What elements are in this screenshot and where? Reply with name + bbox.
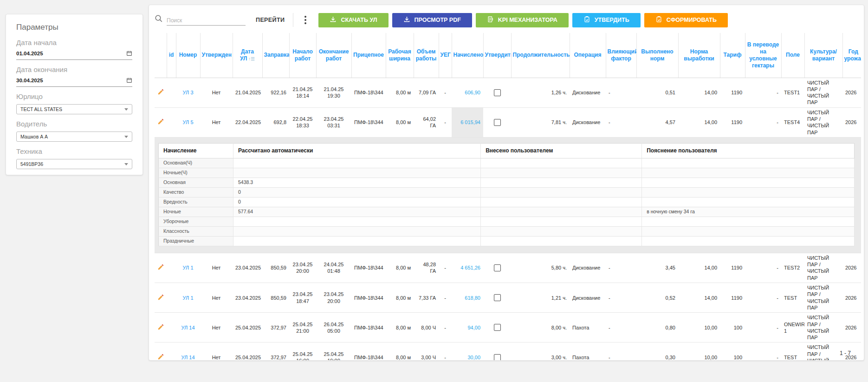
detail-user-value[interactable] — [481, 158, 642, 168]
detail-auto-value[interactable]: 0 — [233, 197, 480, 207]
column-header-accrued[interactable]: Начислено — [452, 33, 483, 78]
column-header-tariff[interactable]: Тариф — [720, 33, 745, 78]
column-header-start[interactable]: Начало работ — [289, 33, 316, 78]
detail-user-value[interactable] — [481, 168, 642, 178]
column-header-end[interactable]: Окончание работ — [316, 33, 351, 78]
detail-user-note[interactable]: в ночную смену 34 га — [642, 207, 855, 217]
approve-checkbox[interactable] — [494, 354, 501, 361]
record-link[interactable]: УЛ 1 — [182, 265, 193, 270]
column-header-trailer[interactable]: Прицепное — [351, 33, 386, 78]
cell-check[interactable] — [483, 253, 511, 283]
go-button[interactable]: ПЕРЕЙТИ — [256, 17, 285, 23]
accrued-value[interactable]: 4 651,26 — [460, 265, 480, 270]
record-link[interactable]: УЛ 1 — [182, 295, 193, 301]
column-header-volume[interactable]: Объем работы — [414, 33, 439, 78]
accrued-value[interactable]: 606,90 — [465, 90, 480, 95]
cell-check[interactable] — [483, 283, 511, 313]
cell-check[interactable] — [483, 313, 511, 342]
cell-check[interactable] — [483, 78, 511, 107]
edit-cell[interactable] — [155, 342, 167, 361]
detail-user-value[interactable] — [481, 217, 642, 226]
detail-auto-value[interactable] — [233, 168, 480, 178]
column-header-date_ul[interactable]: Дата УЛ ↑☰ — [233, 33, 262, 78]
record-link[interactable]: УЛ 14 — [181, 325, 194, 330]
approve-checkbox[interactable] — [494, 294, 501, 301]
column-header-norm_rate[interactable]: Норма выработки — [678, 33, 720, 78]
detail-auto-value[interactable]: 0 — [233, 187, 480, 197]
column-header-ueg[interactable]: УЕГ — [439, 33, 452, 78]
detail-auto-value[interactable] — [233, 236, 480, 246]
column-header-duration[interactable]: Продолжительность — [511, 33, 570, 78]
column-header-field[interactable]: Поле — [781, 33, 804, 78]
detail-user-note[interactable] — [642, 217, 855, 226]
edit-pencil-icon[interactable] — [157, 88, 164, 97]
more-options-icon[interactable] — [300, 14, 311, 26]
column-header-check[interactable]: Утвердить — [483, 33, 511, 78]
select-driver[interactable]: Машков А А — [16, 132, 132, 142]
accrued-value[interactable]: 6 015,94 — [460, 119, 480, 125]
edit-cell[interactable] — [155, 107, 167, 137]
record-link[interactable]: УЛ 14 — [181, 355, 194, 360]
edit-pencil-icon[interactable] — [157, 294, 164, 302]
detail-auto-value[interactable]: 577.64 — [233, 207, 480, 217]
detail-auto-value[interactable] — [233, 226, 480, 236]
detail-auto-value[interactable] — [233, 217, 480, 226]
record-link[interactable]: УЛ 3 — [182, 90, 193, 95]
detail-user-note[interactable] — [642, 236, 855, 246]
cell-check[interactable] — [483, 107, 511, 137]
detail-user-value[interactable] — [481, 226, 642, 236]
column-header-year[interactable]: Год урожая — [842, 33, 861, 78]
column-header-width[interactable]: Рабочая ширина — [386, 33, 414, 78]
accrued-value[interactable]: 30,00 — [467, 355, 480, 360]
detail-user-value[interactable] — [481, 236, 642, 246]
approve-checkbox[interactable] — [494, 119, 501, 126]
detail-user-note[interactable] — [642, 168, 855, 178]
edit-cell[interactable] — [155, 313, 167, 342]
detail-user-note[interactable] — [642, 187, 855, 197]
edit-pencil-icon[interactable] — [157, 323, 164, 332]
accrued-value[interactable]: 94,00 — [467, 325, 480, 330]
generate-button[interactable]: СФОРМИРОВАТЬ — [644, 13, 728, 27]
select-equipment[interactable]: 5491BP36 — [16, 159, 132, 169]
sort-ascending-icon[interactable]: ↑☰ — [247, 56, 255, 61]
view-pdf-button[interactable]: ПРОСМОТР PDF — [392, 13, 472, 27]
edit-cell[interactable] — [155, 253, 167, 283]
approve-checkbox[interactable] — [494, 324, 501, 331]
download-ul-button[interactable]: СКАЧАТЬ УЛ — [318, 13, 388, 27]
edit-pencil-icon[interactable] — [157, 263, 164, 272]
date-field-end-date[interactable]: 30.04.2025 — [16, 77, 132, 87]
column-header-culture[interactable]: Культура/вариант — [804, 33, 842, 78]
column-header-fuel[interactable]: Заправка — [262, 33, 289, 78]
accrued-value[interactable]: 618,80 — [465, 295, 480, 301]
detail-user-note[interactable] — [642, 226, 855, 236]
calendar-icon[interactable] — [126, 77, 132, 83]
edit-cell[interactable] — [155, 283, 167, 313]
detail-auto-value[interactable] — [233, 158, 480, 168]
column-header-approved[interactable]: Утвержден — [200, 33, 233, 78]
detail-user-note[interactable] — [642, 197, 855, 207]
kpi-mechanizer-button[interactable]: KPI МЕХАНИЗАТОРА — [476, 13, 569, 27]
column-header-id[interactable]: id — [167, 33, 176, 78]
date-field-start-date[interactable]: 01.04.2025 — [16, 50, 132, 60]
record-link[interactable]: УЛ 5 — [182, 119, 193, 125]
approve-button[interactable]: УТВЕРДИТЬ — [572, 13, 641, 27]
approve-checkbox[interactable] — [494, 264, 501, 271]
column-header-factor[interactable]: Влияющий фактор — [606, 33, 636, 78]
column-header-operation[interactable]: Операция — [570, 33, 606, 78]
select-legal-entity[interactable]: TECT ALL STATES — [16, 104, 132, 114]
column-header-num[interactable]: Номер — [176, 33, 200, 78]
detail-user-note[interactable] — [642, 158, 855, 168]
detail-user-value[interactable] — [481, 197, 642, 207]
calendar-icon[interactable] — [126, 50, 132, 56]
edit-pencil-icon[interactable] — [157, 118, 164, 126]
approve-checkbox[interactable] — [494, 89, 501, 96]
detail-user-value[interactable] — [481, 207, 642, 217]
search-input[interactable] — [167, 15, 246, 26]
detail-user-value[interactable] — [481, 187, 642, 197]
detail-user-note[interactable] — [642, 178, 855, 187]
detail-auto-value[interactable]: 5438.3 — [233, 178, 480, 187]
column-header-conv_ha[interactable]: В переводе на условные гектары — [745, 33, 781, 78]
cell-check[interactable] — [483, 342, 511, 361]
edit-pencil-icon[interactable] — [157, 353, 164, 361]
edit-cell[interactable] — [155, 78, 167, 107]
